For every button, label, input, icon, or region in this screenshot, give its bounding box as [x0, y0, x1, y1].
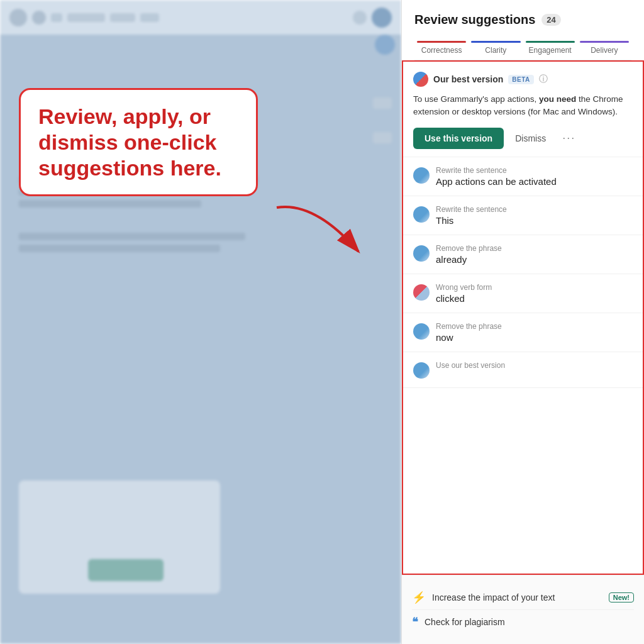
suggestion-text-6: Use our best version [436, 361, 633, 371]
suggestion-item-1[interactable]: Rewrite the sentence App actions can be … [403, 157, 643, 196]
best-version-body: To use Grammarly's app actions, you need… [413, 93, 633, 119]
suggestion-main-2: This [436, 215, 633, 226]
suggestion-icon-1 [413, 167, 430, 184]
suggestion-main-1: App actions can be activated [436, 176, 633, 187]
more-options-button[interactable]: ··· [557, 129, 580, 147]
clarity-label: Clarity [485, 46, 506, 55]
plagiarism-text: Check for plagiarism [425, 617, 634, 627]
panel-title: Review suggestions [414, 13, 535, 27]
delivery-indicator [580, 41, 629, 43]
correctness-indicator [417, 41, 466, 43]
suggestion-icon-2 [413, 206, 430, 223]
engagement-label: Engagement [529, 46, 572, 55]
tooltip-arrow [264, 195, 390, 273]
suggestion-item-6[interactable]: Use our best version [403, 352, 643, 388]
panel-title-row: Review suggestions 24 [414, 13, 631, 27]
suggestion-item-2[interactable]: Rewrite the sentence This [403, 196, 643, 235]
tabs-row: Correctness Clarity Engagement Delivery [414, 37, 631, 60]
suggestion-item-3[interactable]: Remove the phrase already [403, 235, 643, 274]
info-icon[interactable]: ⓘ [539, 74, 548, 85]
use-version-button[interactable]: Use this version [413, 128, 504, 149]
suggestion-main-4: clicked [436, 293, 633, 304]
tab-clarity[interactable]: Clarity [469, 37, 523, 60]
correctness-label: Correctness [421, 46, 462, 55]
best-version-actions: Use this version Dismiss ··· [413, 128, 633, 149]
best-version-card: Our best version BETA ⓘ To use Grammarly… [403, 62, 643, 157]
engagement-indicator [526, 41, 575, 43]
suggestion-label-3: Remove the phrase [436, 244, 633, 253]
right-panel: Review suggestions 24 Correctness Clarit… [401, 0, 644, 644]
impact-text: Increase the impact of your text [432, 592, 602, 602]
suggestion-icon-5 [413, 323, 430, 340]
beta-badge: BETA [508, 75, 533, 84]
suggestion-icon-6 [413, 362, 430, 379]
panel-bottom: ⚡ Increase the impact of your text New! … [402, 575, 644, 644]
tab-delivery[interactable]: Delivery [577, 37, 631, 60]
suggestion-item-4[interactable]: Wrong verb form clicked [403, 274, 643, 313]
quote-icon: ❝ [412, 615, 418, 629]
panel-header: Review suggestions 24 Correctness Clarit… [402, 0, 644, 60]
suggestion-main-3: already [436, 254, 633, 265]
tooltip-bubble: Review, apply, or dismiss one-click sugg… [19, 88, 258, 196]
best-version-icon [413, 72, 428, 87]
tooltip-text: Review, apply, or dismiss one-click sugg… [38, 104, 238, 180]
suggestion-label-1: Rewrite the sentence [436, 166, 633, 175]
bottom-item-plagiarism[interactable]: ❝ Check for plagiarism [412, 609, 634, 634]
lightning-icon: ⚡ [412, 591, 426, 604]
suggestion-text-5: Remove the phrase now [436, 322, 633, 343]
suggestion-item-5[interactable]: Remove the phrase now [403, 313, 643, 352]
bottom-item-impact[interactable]: ⚡ Increase the impact of your text New! [412, 586, 634, 609]
new-badge: New! [609, 592, 634, 602]
dismiss-button[interactable]: Dismiss [510, 128, 551, 149]
suggestion-label-2: Rewrite the sentence [436, 205, 633, 214]
suggestion-text-2: Rewrite the sentence This [436, 205, 633, 226]
suggestion-icon-3 [413, 245, 430, 262]
suggestion-main-5: now [436, 332, 633, 343]
suggestion-text-3: Remove the phrase already [436, 244, 633, 265]
suggestion-label-5: Remove the phrase [436, 322, 633, 331]
suggestion-label-4: Wrong verb form [436, 283, 633, 292]
best-version-title: Our best version [433, 74, 503, 84]
suggestion-count-badge: 24 [541, 14, 560, 26]
tab-correctness[interactable]: Correctness [414, 37, 469, 60]
suggestion-text-1: Rewrite the sentence App actions can be … [436, 166, 633, 187]
suggestion-icon-4 [413, 284, 430, 301]
best-version-header: Our best version BETA ⓘ [413, 72, 633, 87]
suggestion-text-4: Wrong verb form clicked [436, 283, 633, 304]
suggestions-panel-content[interactable]: Our best version BETA ⓘ To use Grammarly… [402, 60, 644, 575]
clarity-indicator [471, 41, 520, 43]
delivery-label: Delivery [591, 46, 618, 55]
suggestion-label-6: Use our best version [436, 361, 633, 370]
tab-engagement[interactable]: Engagement [523, 37, 577, 60]
